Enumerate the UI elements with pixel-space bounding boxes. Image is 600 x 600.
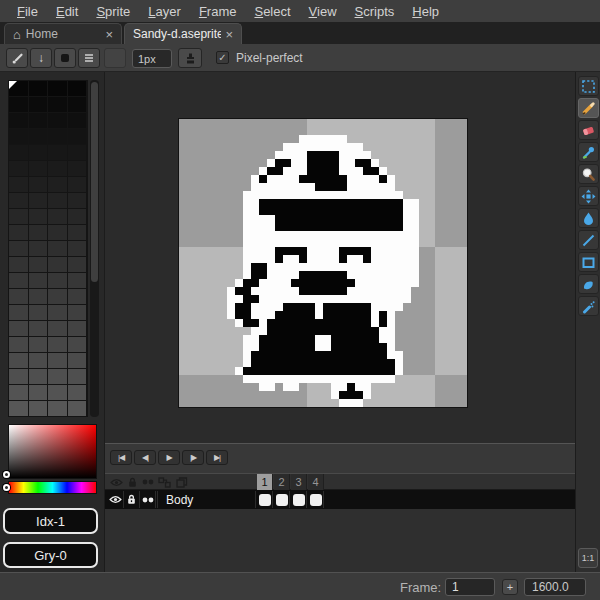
palette-swatch[interactable] (68, 305, 87, 320)
palette-swatch[interactable] (48, 369, 67, 384)
palette-swatch[interactable] (48, 161, 67, 176)
palette-swatch[interactable] (68, 321, 87, 336)
hue-marker[interactable] (3, 484, 10, 491)
tab-sandy-close-icon[interactable]: × (225, 27, 233, 42)
cel-body-frame-3[interactable] (291, 491, 307, 508)
last-frame-button[interactable]: ▶| (206, 450, 228, 465)
hue-bar[interactable] (8, 481, 97, 494)
tool-rectangle[interactable] (578, 252, 599, 272)
palette-swatch[interactable] (68, 369, 87, 384)
palette-swatch[interactable] (9, 97, 28, 112)
palette-swatch[interactable] (9, 337, 28, 352)
tool-zoom[interactable] (578, 164, 599, 184)
layer-name[interactable]: Body (157, 491, 256, 508)
tool-contour[interactable] (578, 274, 599, 294)
brush-size-input[interactable]: 1px (132, 49, 172, 68)
palette-swatch[interactable] (29, 401, 48, 416)
palette-swatch[interactable] (68, 225, 87, 240)
palette-swatch[interactable] (29, 113, 48, 128)
palette-swatch[interactable] (9, 225, 28, 240)
palette-swatch[interactable] (9, 81, 28, 96)
tab-sandy-d[interactable]: Sandy-d.aseprite × (124, 23, 242, 44)
tool-pencil[interactable] (578, 98, 599, 118)
palette-swatch[interactable] (68, 161, 87, 176)
palette-swatch[interactable] (68, 177, 87, 192)
zoom-1-1-button[interactable]: 1:1 (578, 548, 598, 568)
palette-swatch[interactable] (9, 193, 28, 208)
lock-icon[interactable] (124, 474, 140, 490)
palette-swatch[interactable] (29, 353, 48, 368)
palette-swatch[interactable] (68, 113, 87, 128)
picker-marker[interactable] (3, 471, 10, 478)
palette-scrollbar[interactable] (90, 80, 99, 417)
palette-swatch[interactable] (29, 177, 48, 192)
tool-line[interactable] (578, 230, 599, 250)
first-frame-button[interactable]: |◀ (110, 450, 132, 465)
palette-swatch[interactable] (68, 241, 87, 256)
palette-swatch[interactable] (48, 353, 67, 368)
palette-swatch[interactable] (29, 129, 48, 144)
frame-header-1[interactable]: 1 (257, 474, 273, 490)
add-frame-button[interactable]: + (502, 579, 518, 595)
tool-eyedropper[interactable] (578, 142, 599, 162)
play-button[interactable]: ▶ (158, 450, 180, 465)
gray-color-button[interactable]: Gry-0 (3, 542, 98, 568)
palette-swatch[interactable] (29, 257, 48, 272)
palette-swatch[interactable] (68, 273, 87, 288)
palette-swatch[interactable] (29, 289, 48, 304)
palette-swatch[interactable] (48, 225, 67, 240)
palette-scrollbar-thumb[interactable] (91, 82, 98, 282)
palette-swatch[interactable] (29, 273, 48, 288)
palette-swatch[interactable] (9, 161, 28, 176)
cel-body-frame-4[interactable] (308, 491, 324, 508)
ink-button[interactable] (54, 48, 76, 68)
ink-menu-button[interactable] (78, 48, 100, 68)
layer-onion-icon[interactable] (140, 491, 156, 508)
palette-swatch[interactable] (9, 369, 28, 384)
tool-paint-bucket[interactable] (578, 208, 599, 228)
frame-header-4[interactable]: 4 (308, 474, 324, 490)
palette-swatch[interactable] (9, 177, 28, 192)
palette-swatch[interactable] (48, 129, 67, 144)
palette-swatch[interactable] (29, 305, 48, 320)
palette-swatch[interactable] (29, 369, 48, 384)
palette-swatch[interactable] (9, 305, 28, 320)
palette-swatch[interactable] (29, 161, 48, 176)
layer-row-body[interactable]: Body (105, 490, 575, 509)
palette-swatch[interactable] (68, 401, 87, 416)
palette-swatch[interactable] (68, 81, 87, 96)
palette-swatch[interactable] (48, 97, 67, 112)
palette-swatch[interactable] (29, 97, 48, 112)
dynamics-button[interactable] (178, 48, 202, 68)
brush-type-button[interactable] (6, 48, 28, 68)
menu-layer[interactable]: Layer (139, 2, 190, 21)
palette-swatch[interactable] (9, 273, 28, 288)
palette-swatch[interactable] (48, 289, 67, 304)
palette-swatch[interactable] (48, 385, 67, 400)
frame-number-input[interactable]: 1 (445, 578, 495, 596)
tab-home-close-icon[interactable]: × (105, 27, 113, 42)
palette-swatch[interactable] (48, 401, 67, 416)
palette-swatch[interactable] (29, 337, 48, 352)
palette-swatch[interactable] (48, 193, 67, 208)
palette-swatch[interactable] (9, 401, 28, 416)
palette-swatch[interactable] (68, 289, 87, 304)
color-picker-gradient[interactable] (8, 424, 97, 479)
menu-select[interactable]: Select (245, 2, 299, 21)
palette-swatch[interactable] (48, 81, 67, 96)
color-palette[interactable] (8, 80, 88, 417)
palette-swatch[interactable] (9, 321, 28, 336)
palette-swatch[interactable] (29, 209, 48, 224)
palette-swatch[interactable] (9, 289, 28, 304)
palette-swatch[interactable] (68, 353, 87, 368)
brush-options-button[interactable]: ↓ (30, 48, 52, 68)
palette-swatch[interactable] (48, 273, 67, 288)
palette-swatch[interactable] (68, 145, 87, 160)
menu-view[interactable]: View (300, 2, 346, 21)
palette-swatch[interactable] (68, 257, 87, 272)
palette-swatch[interactable] (48, 113, 67, 128)
menu-edit[interactable]: Edit (47, 2, 87, 21)
palette-swatch[interactable] (9, 385, 28, 400)
next-frame-button[interactable]: |▶ (182, 450, 204, 465)
layer-lock-icon[interactable] (124, 491, 140, 508)
